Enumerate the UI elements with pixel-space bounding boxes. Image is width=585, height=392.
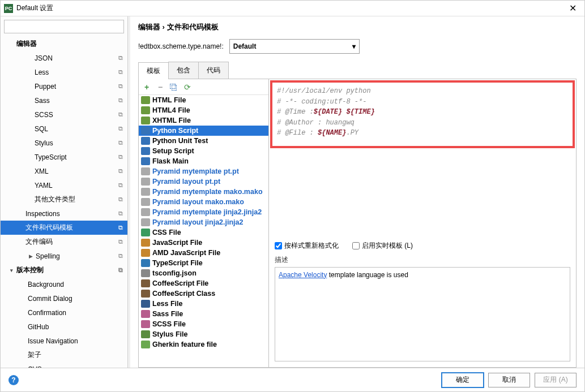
- tree-item[interactable]: JSON⧉: [1, 51, 127, 65]
- tree-item[interactable]: Sass⧉: [1, 93, 127, 107]
- tree-item-spelling[interactable]: ▶Spelling⧉: [1, 249, 127, 263]
- tree-item-file-templates[interactable]: 文件和代码模板⧉: [1, 221, 127, 235]
- template-code[interactable]: #!/usr/local/env python # -*- coding:utf…: [270, 80, 575, 148]
- tree-item-file-encoding[interactable]: 文件编码⧉: [1, 235, 127, 249]
- file-type-icon: [141, 279, 150, 287]
- tab-templates[interactable]: 模板: [138, 62, 169, 79]
- template-item[interactable]: CoffeeScript File: [139, 278, 268, 288]
- scheme-select[interactable]: Default▾: [229, 39, 360, 54]
- tree-item[interactable]: 其他文件类型⧉: [1, 192, 127, 206]
- tree-item[interactable]: GitHub: [1, 320, 127, 334]
- tree-item[interactable]: YAML⧉: [1, 178, 127, 192]
- template-label: CoffeeScript File: [152, 279, 208, 287]
- add-icon[interactable]: +: [142, 83, 151, 92]
- template-label: JavaScript File: [152, 239, 202, 247]
- close-icon[interactable]: ✕: [565, 3, 581, 14]
- tree-item[interactable]: Less⧉: [1, 65, 127, 79]
- help-icon[interactable]: ?: [8, 375, 19, 385]
- file-type-icon: [141, 178, 150, 186]
- file-type-icon: [141, 198, 150, 206]
- scheme-label: !edtbox.scheme.type.name!:: [138, 42, 224, 50]
- description-box: Apache Velocity template language is use…: [275, 267, 570, 362]
- file-type-icon: [141, 229, 150, 236]
- tree-section-vcs[interactable]: ▾版本控制⧉: [1, 263, 127, 277]
- template-item[interactable]: CSS File: [139, 227, 268, 238]
- template-item[interactable]: CoffeeScript Class: [139, 288, 268, 299]
- tree-item-inspections[interactable]: Inspections⧉: [1, 206, 127, 221]
- file-type-icon: [141, 137, 150, 145]
- template-item[interactable]: HTML4 File: [139, 105, 268, 115]
- template-item[interactable]: AMD JavaScript File: [139, 248, 268, 258]
- file-type-icon: [141, 147, 150, 155]
- template-toolbar: + − ⿻ ⟳: [139, 79, 268, 95]
- template-item[interactable]: Gherkin feature file: [139, 339, 268, 350]
- template-label: AMD JavaScript File: [152, 249, 220, 257]
- template-label: Python Unit Test: [152, 137, 208, 145]
- copy-icon[interactable]: ⿻: [169, 83, 178, 92]
- template-label: Pyramid layout pt.pt: [152, 178, 220, 186]
- template-item[interactable]: Pyramid mytemplate pt.pt: [139, 166, 268, 176]
- template-item[interactable]: Flask Main: [139, 156, 268, 166]
- template-item[interactable]: Pyramid layout jinja2.jinja2: [139, 217, 268, 227]
- template-item[interactable]: JavaScript File: [139, 238, 268, 248]
- template-label: HTML File: [152, 96, 186, 104]
- tree-item[interactable]: 架子: [1, 348, 127, 362]
- file-type-icon: [141, 218, 150, 226]
- template-label: Pyramid layout jinja2.jinja2: [152, 218, 243, 226]
- template-item[interactable]: Pyramid mytemplate mako.mako: [139, 187, 268, 197]
- template-item[interactable]: Python Unit Test: [139, 136, 268, 146]
- tree-item[interactable]: Commit Dialog: [1, 291, 127, 305]
- template-item[interactable]: HTML File: [139, 95, 268, 105]
- template-label: Pyramid mytemplate jinja2.jinja2: [152, 208, 262, 216]
- tree-item[interactable]: TypeScript⧉: [1, 150, 127, 164]
- tree-item[interactable]: SCSS⧉: [1, 107, 127, 122]
- tree-item[interactable]: Background: [1, 277, 127, 291]
- apply-button[interactable]: 应用 (A): [535, 373, 577, 387]
- tree-section-editor[interactable]: 编辑器: [1, 37, 127, 51]
- template-item[interactable]: XHTML File: [139, 115, 268, 126]
- template-item[interactable]: Pyramid layout mako.mako: [139, 197, 268, 207]
- template-label: CSS File: [152, 229, 181, 236]
- file-type-icon: [141, 96, 150, 104]
- template-item[interactable]: Stylus File: [139, 329, 268, 339]
- tree-item[interactable]: Puppet⧉: [1, 79, 127, 93]
- template-label: HTML4 File: [152, 106, 190, 114]
- ok-button[interactable]: 确定: [442, 373, 484, 387]
- tree-item[interactable]: SQL⧉: [1, 122, 127, 136]
- template-label: tsconfig.json: [152, 269, 197, 277]
- template-label: Sass File: [152, 310, 183, 318]
- tab-code[interactable]: 代码: [198, 62, 229, 79]
- template-list[interactable]: HTML File HTML4 File XHTML File Python S…: [139, 95, 268, 367]
- file-type-icon: [141, 310, 150, 318]
- file-type-icon: [141, 117, 150, 124]
- settings-tree[interactable]: 编辑器 JSON⧉Less⧉Puppet⧉Sass⧉SCSS⧉SQL⧉Stylu…: [1, 37, 127, 368]
- template-item[interactable]: SCSS File: [139, 319, 268, 329]
- file-type-icon: [141, 330, 150, 338]
- template-item[interactable]: TypeScript File: [139, 258, 268, 268]
- template-item[interactable]: Less File: [139, 299, 268, 309]
- template-label: Flask Main: [152, 157, 189, 165]
- template-item[interactable]: tsconfig.json: [139, 268, 268, 278]
- file-type-icon: [141, 320, 150, 328]
- tab-includes[interactable]: 包含: [168, 62, 199, 79]
- template-item[interactable]: Python Script: [139, 126, 268, 136]
- refresh-icon[interactable]: ⟳: [183, 83, 192, 92]
- live-template-checkbox[interactable]: 启用实时模板 (L): [352, 241, 413, 251]
- template-item[interactable]: Setup Script: [139, 146, 268, 156]
- tree-item[interactable]: CVS: [1, 362, 127, 368]
- template-item[interactable]: Sass File: [139, 309, 268, 319]
- tree-item[interactable]: Issue Navigation: [1, 334, 127, 348]
- tree-item[interactable]: Confirmation: [1, 305, 127, 320]
- cancel-button[interactable]: 取消: [488, 373, 530, 387]
- tree-item[interactable]: XML⧉: [1, 164, 127, 178]
- search-input[interactable]: [4, 20, 124, 33]
- tabs: 模板 包含 代码: [138, 62, 577, 79]
- velocity-link[interactable]: Apache Velocity: [279, 271, 327, 279]
- template-item[interactable]: Pyramid mytemplate jinja2.jinja2: [139, 207, 268, 217]
- remove-icon[interactable]: −: [156, 83, 165, 92]
- template-item[interactable]: Pyramid layout pt.pt: [139, 176, 268, 187]
- reformat-checkbox[interactable]: 按样式重新格式化: [275, 241, 339, 251]
- template-label: Pyramid layout mako.mako: [152, 198, 244, 206]
- description-label: 描述: [269, 255, 576, 267]
- tree-item[interactable]: Stylus⧉: [1, 136, 127, 150]
